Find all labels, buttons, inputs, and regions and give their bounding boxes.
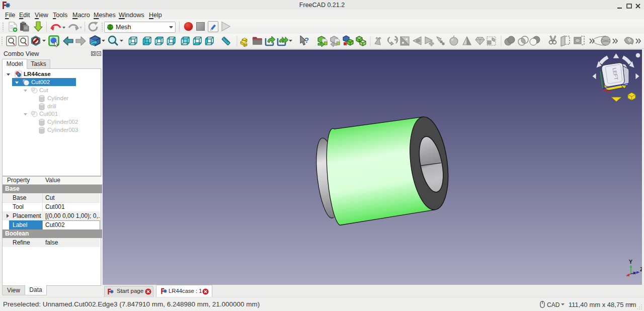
svg-text:Y: Y [629,259,632,265]
svg-text:LR44case: LR44case [24,71,51,77]
svg-text:Cylinder: Cylinder [47,95,68,101]
svg-text:Cut001: Cut001 [39,111,58,117]
svg-text:Cylinder002: Cylinder002 [47,119,78,125]
svg-text:drill: drill [47,103,56,109]
svg-text:?: ? [304,36,309,44]
svg-text:x: x [633,270,636,275]
svg-text:Cylinder003: Cylinder003 [47,127,78,133]
svg-text:Z: Z [640,266,642,272]
svg-text:Cut: Cut [39,87,49,93]
svg-text:Cut002: Cut002 [31,79,50,85]
